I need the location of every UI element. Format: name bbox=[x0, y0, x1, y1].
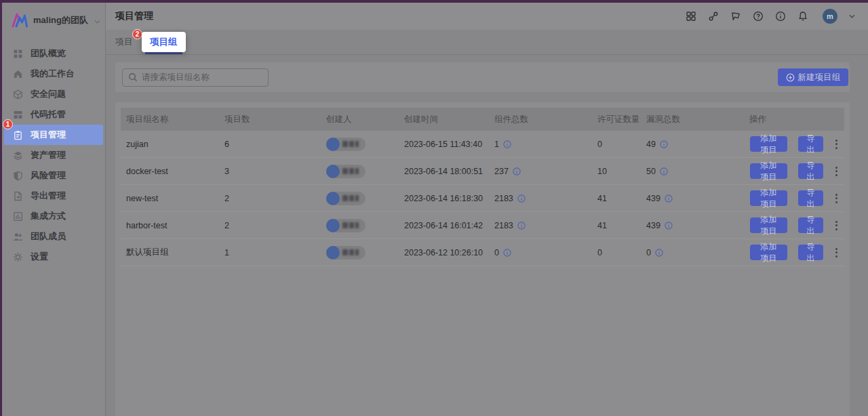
add-project-button[interactable]: 添加项目 bbox=[750, 217, 787, 233]
sidebar-item-label: 团队概览 bbox=[31, 47, 66, 60]
export-button[interactable]: 导出 bbox=[798, 163, 823, 179]
creator-redacted-name bbox=[342, 249, 359, 255]
sidebar-item-label: 我的工作台 bbox=[31, 68, 75, 80]
created-at: 2023-06-15 11:43:40 bbox=[399, 140, 489, 149]
sidebar-item-asset-management[interactable]: 资产管理 bbox=[2, 145, 105, 165]
sidebar-item-project-management[interactable]: 1 项目管理 bbox=[4, 125, 103, 145]
info-icon[interactable] bbox=[513, 167, 521, 175]
component-count-cell: 237 bbox=[489, 167, 592, 176]
sidebar-item-export-management[interactable]: 导出管理 bbox=[2, 186, 105, 206]
new-project-group-button[interactable]: 新建项目组 bbox=[778, 68, 849, 86]
sidebar-item-team-overview[interactable]: 团队概览 bbox=[2, 43, 105, 64]
cube-icon bbox=[13, 89, 23, 100]
row-actions: 添加项目 导出 bbox=[744, 163, 844, 179]
chevron-down-icon[interactable] bbox=[849, 14, 855, 18]
col-header: 项目数 bbox=[219, 114, 321, 125]
add-project-button[interactable]: 添加项目 bbox=[750, 163, 787, 179]
add-project-button[interactable]: 添加项目 bbox=[750, 136, 787, 152]
sidebar-item-settings[interactable]: 设置 bbox=[2, 247, 105, 267]
sidebar-item-label: 安全问题 bbox=[31, 88, 66, 100]
grid-icon bbox=[13, 49, 23, 59]
info-icon[interactable] bbox=[665, 194, 673, 203]
export-button[interactable]: 导出 bbox=[798, 217, 823, 233]
project-count: 2 bbox=[219, 194, 321, 203]
search-input-wrap bbox=[122, 68, 269, 87]
tab-project-groups[interactable]: 项目组 bbox=[142, 32, 186, 52]
table-row: 默认项目组 1 2023-06-12 10:26:10 0 0 bbox=[121, 239, 844, 266]
vuln-count: 49 bbox=[646, 140, 656, 149]
info-icon[interactable] bbox=[517, 194, 526, 203]
more-actions-icon[interactable] bbox=[834, 246, 839, 259]
col-header: 组件总数 bbox=[489, 114, 592, 125]
sidebar-item-label: 项目管理 bbox=[31, 129, 66, 141]
sidebar-item-label: 集成方式 bbox=[31, 210, 66, 222]
component-count: 2183 bbox=[494, 194, 513, 203]
table-row: zujian 6 2023-06-15 11:43:40 1 0 bbox=[121, 131, 844, 158]
info-icon[interactable] bbox=[660, 167, 668, 175]
sidebar-item-security-issues[interactable]: 安全问题 bbox=[2, 84, 105, 104]
feedback-flag-icon[interactable] bbox=[730, 11, 741, 22]
component-count: 2183 bbox=[494, 221, 513, 230]
topbar-icons: m bbox=[686, 9, 855, 24]
sidebar-item-code-hosting[interactable]: 代码托管 bbox=[2, 104, 105, 125]
file-export-icon bbox=[13, 191, 23, 201]
vuln-count-cell: 439 bbox=[641, 194, 744, 203]
link-icon[interactable] bbox=[708, 11, 719, 22]
help-icon[interactable] bbox=[753, 11, 764, 22]
more-actions-icon[interactable] bbox=[834, 138, 839, 151]
export-button[interactable]: 导出 bbox=[798, 136, 823, 152]
search-input[interactable] bbox=[142, 72, 262, 82]
component-count: 0 bbox=[494, 248, 499, 257]
tab-projects[interactable]: 项目 2 bbox=[115, 36, 133, 48]
sidebar-item-label: 设置 bbox=[31, 251, 48, 263]
toolbar: 新建项目组 bbox=[115, 62, 850, 92]
more-actions-icon[interactable] bbox=[834, 165, 839, 178]
code-hosting-icon bbox=[13, 110, 23, 120]
info-icon[interactable] bbox=[517, 222, 526, 230]
info-icon[interactable] bbox=[503, 249, 511, 257]
shield-icon bbox=[13, 171, 23, 181]
group-name: harbor-test bbox=[121, 221, 219, 230]
info-icon[interactable] bbox=[655, 249, 663, 257]
creator-cell bbox=[321, 138, 399, 151]
created-at: 2023-06-12 10:26:10 bbox=[399, 248, 489, 257]
vuln-count-cell: 50 bbox=[641, 167, 744, 176]
license-count: 41 bbox=[592, 221, 641, 230]
col-header: 项目组名称 bbox=[121, 114, 219, 125]
sidebar-item-risk-management[interactable]: 风险管理 bbox=[2, 165, 105, 186]
bell-icon[interactable] bbox=[797, 11, 808, 22]
project-count: 6 bbox=[219, 140, 321, 149]
sidebar-item-label: 团队成员 bbox=[31, 230, 66, 243]
created-at: 2023-06-14 16:18:30 bbox=[399, 194, 489, 203]
apps-grid-icon[interactable] bbox=[686, 11, 696, 22]
user-avatar[interactable]: m bbox=[823, 9, 837, 24]
app-window: maling的团队 团队概览 我的工作台 bbox=[2, 3, 868, 416]
add-project-button[interactable]: 添加项目 bbox=[750, 190, 787, 206]
export-button[interactable]: 导出 bbox=[798, 245, 823, 260]
info-icon[interactable] bbox=[665, 222, 673, 230]
project-count: 3 bbox=[219, 167, 321, 176]
col-header: 许可证数量 bbox=[592, 114, 641, 125]
info-icon[interactable] bbox=[503, 140, 511, 148]
add-project-button[interactable]: 添加项目 bbox=[750, 245, 787, 260]
creator-cell bbox=[321, 219, 399, 232]
table-row: new-test 2 2023-06-14 16:18:30 2183 41 bbox=[121, 185, 844, 212]
export-button[interactable]: 导出 bbox=[798, 190, 823, 206]
license-count: 0 bbox=[592, 140, 641, 149]
info-icon[interactable] bbox=[660, 140, 668, 148]
creator-cell bbox=[321, 165, 399, 178]
sidebar-item-team-members[interactable]: 团队成员 bbox=[2, 226, 105, 247]
tour-step-2-badge: 2 bbox=[132, 29, 142, 39]
team-switcher[interactable]: maling的团队 bbox=[2, 3, 105, 37]
sidebar-item-integration[interactable]: 集成方式 bbox=[2, 206, 105, 226]
plus-circle-icon bbox=[786, 73, 795, 82]
group-name: new-test bbox=[121, 194, 219, 203]
sidebar-item-my-workbench[interactable]: 我的工作台 bbox=[2, 64, 105, 84]
more-actions-icon[interactable] bbox=[834, 192, 839, 205]
info-icon[interactable] bbox=[775, 11, 786, 22]
col-header: 操作 bbox=[744, 114, 844, 125]
component-count-cell: 0 bbox=[489, 248, 592, 257]
group-name: 默认项目组 bbox=[121, 247, 219, 258]
more-actions-icon[interactable] bbox=[834, 219, 839, 232]
creator-avatar bbox=[326, 246, 340, 259]
